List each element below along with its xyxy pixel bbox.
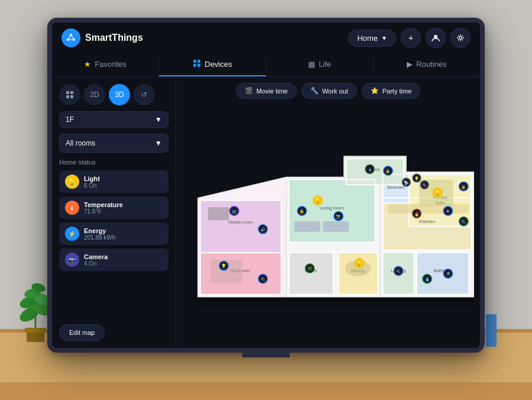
profile-button[interactable]	[426, 28, 446, 48]
svg-text:🔌: 🔌	[396, 269, 401, 274]
tab-devices[interactable]: Devices	[159, 53, 265, 76]
scene-buttons: 🎬 Movie time 🔧 Work out ⭐ Party time	[236, 83, 421, 99]
svg-point-24	[434, 35, 437, 38]
svg-text:💡: 💡	[221, 263, 226, 269]
routines-icon: ▶	[407, 60, 413, 69]
svg-rect-26	[193, 60, 196, 63]
svg-text:Living room: Living room	[320, 205, 344, 211]
svg-rect-31	[70, 91, 73, 94]
view-controls: 2D 3D ↺	[59, 84, 168, 105]
temp-name: Temperature	[84, 201, 123, 208]
tab-life-label: Life	[319, 60, 331, 69]
svg-text:📡: 📡	[404, 180, 408, 185]
tab-routines-label: Routines	[416, 60, 446, 69]
add-button[interactable]: +	[401, 28, 421, 48]
logo-area: SmartThings	[61, 28, 348, 47]
floor-selector[interactable]: 1F ▼	[59, 111, 168, 128]
light-value: 6 On	[84, 182, 100, 189]
2d-label: 2D	[90, 91, 99, 99]
home-status-section: Home status 💡 Light 6 On 🌡 Temperatu	[59, 159, 168, 318]
energy-info: Energy 201.88 kWh	[84, 227, 115, 241]
workout-button[interactable]: 🔧 Work out	[301, 83, 357, 99]
map-area: 🎬 Movie time 🔧 Work out ⭐ Party time	[176, 77, 480, 348]
energy-icon: ⚡	[65, 227, 79, 241]
room-dropdown-icon: ▼	[155, 139, 162, 147]
history-view-button[interactable]: ↺	[134, 84, 155, 105]
tab-devices-label: Devices	[205, 60, 232, 69]
camera-info: Camera 4 On	[84, 253, 108, 267]
svg-text:🚿: 🚿	[446, 272, 450, 276]
party-icon: ⭐	[371, 87, 379, 95]
dropdown-icon: ▼	[381, 35, 387, 41]
svg-text:🔌: 🔌	[461, 220, 466, 224]
svg-text:🔌: 🔌	[422, 183, 427, 188]
edit-map-button[interactable]: Edit map	[59, 324, 105, 341]
svg-text:💡: 💡	[414, 176, 419, 181]
svg-text:❄: ❄	[446, 209, 449, 213]
room-label: All rooms	[66, 139, 95, 147]
workout-label: Work out	[322, 88, 348, 95]
party-time-button[interactable]: ⭐ Party time	[362, 83, 421, 99]
camera-value: 4 On	[84, 260, 108, 267]
3d-label: 3D	[115, 91, 124, 99]
floor-dropdown-icon: ▼	[155, 115, 162, 124]
2d-view-button[interactable]: 2D	[84, 84, 105, 105]
svg-text:💡: 💡	[356, 260, 363, 267]
home-selector[interactable]: Home ▼	[348, 30, 396, 47]
home-selector-text: Home	[357, 34, 378, 43]
temp-value: 71.6°F	[84, 208, 123, 215]
svg-text:🔊: 🔊	[261, 227, 265, 232]
sidebar: 2D 3D ↺ 1F ▼ All rooms	[52, 77, 176, 348]
svg-text:🔥: 🔥	[414, 212, 419, 217]
life-icon: ▦	[308, 60, 315, 69]
svg-rect-30	[66, 91, 69, 94]
floor-label: 1F	[66, 115, 74, 124]
svg-text:🌿: 🌿	[307, 266, 312, 271]
svg-text:🌡: 🌡	[368, 167, 372, 172]
svg-text:Bedroom: Bedroom	[387, 185, 404, 189]
svg-rect-29	[197, 64, 200, 67]
movie-icon: 🎬	[245, 87, 253, 95]
grid-view-button[interactable]	[59, 84, 80, 105]
temp-icon: 🌡	[65, 201, 79, 215]
svg-rect-41	[289, 253, 333, 295]
tab-life[interactable]: ▦ Life	[267, 54, 373, 76]
svg-text:🔒: 🔒	[299, 208, 304, 214]
settings-button[interactable]	[450, 28, 471, 48]
party-label: Party time	[382, 88, 412, 95]
tab-routines[interactable]: ▶ Routines	[374, 54, 480, 76]
tab-favorites[interactable]: ★ Favorites	[52, 54, 158, 76]
floor-plan: Media room Bedroom Living room Porch Din…	[182, 106, 474, 342]
movie-time-button[interactable]: 🎬 Movie time	[236, 83, 297, 99]
camera-status[interactable]: 📷 Camera 4 On	[59, 249, 168, 271]
svg-rect-74	[208, 207, 229, 220]
svg-rect-33	[70, 95, 73, 98]
favorites-icon: ★	[84, 60, 91, 69]
tv-frame: SmartThings Home ▼ +	[47, 18, 485, 353]
svg-rect-73	[323, 221, 349, 232]
svg-text:💡: 💡	[314, 197, 322, 204]
tv-stand	[242, 350, 290, 357]
3d-view-button[interactable]: 3D	[109, 84, 130, 105]
main-content: 2D 3D ↺ 1F ▼ All rooms	[52, 77, 480, 348]
devices-icon	[193, 59, 201, 69]
svg-text:🔒: 🔒	[461, 185, 466, 189]
movie-label: Movie time	[257, 88, 288, 95]
svg-text:💡: 💡	[434, 189, 442, 196]
svg-rect-1	[25, 328, 46, 333]
home-status-title: Home status	[59, 159, 168, 166]
energy-name: Energy	[84, 227, 115, 234]
light-status[interactable]: 💡 Light 6 On	[59, 170, 168, 193]
room-selector[interactable]: All rooms ▼	[59, 134, 168, 153]
smartthings-app: SmartThings Home ▼ +	[52, 22, 480, 348]
temperature-status[interactable]: 🌡 Temperature 71.6°F	[59, 196, 168, 219]
tab-favorites-label: Favorites	[95, 60, 126, 69]
light-icon: 💡	[65, 175, 79, 189]
svg-text:📷: 📷	[336, 214, 341, 219]
svg-text:🔒: 🔒	[385, 169, 390, 173]
svg-text:Kitchen: Kitchen	[419, 219, 434, 224]
energy-status[interactable]: ⚡ Energy 201.88 kWh	[59, 222, 168, 245]
workout-icon: 🔧	[310, 87, 319, 95]
svg-rect-28	[193, 64, 196, 67]
logo-icon	[61, 28, 80, 47]
